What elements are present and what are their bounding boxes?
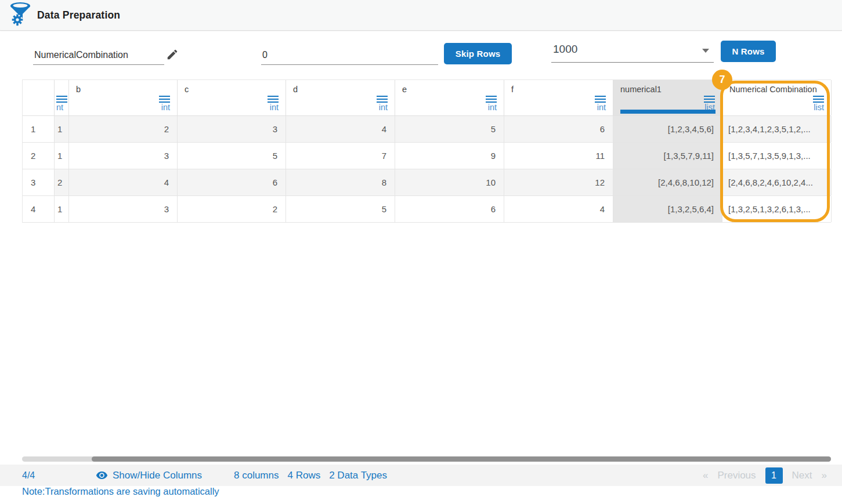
- column-header-numerical-combination[interactable]: Numerical Combination list: [722, 80, 832, 115]
- pagination: « Previous 1 Next »: [703, 467, 827, 484]
- table-row: 4 1 3 2 5 6 4 [1,3,2,5,6,4] [1,3,2,5,1,3…: [23, 196, 831, 223]
- data-table: nt b int c int d int e int: [22, 79, 831, 223]
- cell: [1,3,5,7,9,11]: [613, 143, 722, 169]
- column-menu-icon[interactable]: [813, 96, 824, 103]
- column-name: b: [76, 85, 81, 94]
- cell: 10: [395, 169, 504, 195]
- table-row: 3 2 4 6 8 10 12 [2,4,6,8,10,12] [2,4,6,8…: [23, 169, 831, 196]
- cell: 6: [395, 196, 504, 222]
- next-page-button[interactable]: Next: [792, 470, 812, 481]
- horizontal-scrollbar[interactable]: [22, 456, 831, 462]
- cell: 4: [286, 116, 395, 142]
- columns-count-label: 8 columns: [234, 470, 279, 481]
- row-index-cell: 1: [23, 116, 55, 142]
- cell: 12: [504, 169, 613, 195]
- column-header-c[interactable]: c int: [178, 80, 286, 115]
- column-name: Numerical Combination: [729, 85, 817, 94]
- column-header-d[interactable]: d int: [286, 80, 395, 115]
- column-menu-icon[interactable]: [268, 96, 279, 103]
- cell: [1,3,2,5,6,4]: [613, 196, 722, 222]
- eye-icon: [96, 469, 108, 481]
- autosave-note: Note:Transformations are saving automati…: [22, 486, 219, 497]
- cell: 5: [178, 143, 286, 169]
- column-header-e[interactable]: e int: [395, 80, 504, 115]
- column-header-numerical1[interactable]: numerical1 list: [613, 80, 722, 115]
- rows-count-label: 4 Rows: [287, 470, 320, 481]
- row-index-cell: 2: [23, 143, 55, 169]
- chevron-down-icon: [702, 49, 709, 53]
- cell: 2: [178, 196, 286, 222]
- current-page-indicator[interactable]: 1: [765, 467, 783, 484]
- previous-page-button[interactable]: Previous: [717, 470, 756, 481]
- show-hide-columns-label: Show/Hide Columns: [113, 470, 202, 481]
- column-name: d: [293, 85, 298, 94]
- show-hide-columns-button[interactable]: Show/Hide Columns: [96, 469, 202, 481]
- column-header-a-partial[interactable]: nt: [55, 80, 69, 115]
- column-menu-icon[interactable]: [377, 96, 388, 103]
- table-row: 1 1 2 3 4 5 6 [1,2,3,4,5,6] [1,2,3,4,1,2…: [23, 116, 831, 143]
- cell: 1: [55, 143, 69, 169]
- page-title: Data Preparation: [37, 9, 120, 21]
- cell: 2: [69, 116, 178, 142]
- cell: 2: [55, 169, 69, 195]
- table-header-row: nt b int c int d int e int: [23, 79, 831, 116]
- data-preparation-app: Data Preparation Skip Rows 1000 N Rows n…: [0, 0, 842, 504]
- column-menu-icon[interactable]: [159, 96, 170, 103]
- rows-fraction-label: 4/4: [22, 470, 35, 481]
- n-rows-button[interactable]: N Rows: [721, 41, 776, 62]
- cell: 9: [395, 143, 504, 169]
- row-index-cell: 3: [23, 169, 55, 195]
- cell: 4: [504, 196, 613, 222]
- app-header: Data Preparation: [0, 0, 842, 31]
- last-page-button[interactable]: »: [822, 470, 827, 481]
- cell: [1,3,2,5,1,3,2,6,1,3,...: [722, 196, 832, 222]
- column-header-f[interactable]: f int: [504, 80, 613, 115]
- edit-column-name-button[interactable]: [165, 48, 180, 63]
- cell: 1: [55, 196, 69, 222]
- n-rows-select[interactable]: 1000: [551, 39, 714, 63]
- cell: 6: [504, 116, 613, 142]
- column-name: c: [185, 85, 189, 94]
- cell: 3: [178, 116, 286, 142]
- column-name: numerical1: [620, 85, 662, 94]
- cell: [2,4,6,8,2,4,6,10,2,4...: [722, 169, 832, 195]
- table-summary: 8 columns 4 Rows 2 Data Types: [234, 470, 387, 481]
- table-row: 2 1 3 5 7 9 11 [1,3,5,7,9,11] [1,3,5,7,1…: [23, 143, 831, 169]
- cell: 4: [69, 169, 178, 195]
- cell: [1,2,3,4,1,2,3,5,1,2,...: [722, 116, 832, 142]
- cell: 11: [504, 143, 613, 169]
- scrollbar-thumb[interactable]: [92, 456, 831, 462]
- column-type-label: int: [270, 103, 279, 112]
- table-footer: 4/4 Show/Hide Columns 8 columns 4 Rows 2…: [0, 465, 842, 486]
- cell: 5: [286, 196, 395, 222]
- cell: 6: [178, 169, 286, 195]
- column-type-label: int: [597, 103, 606, 112]
- skip-rows-input[interactable]: [261, 45, 438, 65]
- cell: 1: [55, 116, 69, 142]
- selected-column-indicator: [620, 110, 715, 114]
- column-name-input[interactable]: [33, 45, 164, 65]
- n-rows-selected-value: 1000: [553, 43, 577, 56]
- cell: [2,4,6,8,10,12]: [613, 169, 722, 195]
- skip-rows-button[interactable]: Skip Rows: [444, 43, 512, 64]
- column-menu-icon[interactable]: [704, 96, 715, 103]
- column-type-label: int: [488, 103, 497, 112]
- column-menu-icon[interactable]: [595, 96, 606, 103]
- first-page-button[interactable]: «: [703, 470, 708, 481]
- pencil-icon: [166, 54, 179, 63]
- row-index-cell: 4: [23, 196, 55, 222]
- cell: 3: [69, 143, 178, 169]
- column-type-label: int: [379, 103, 388, 112]
- column-type-label: int: [161, 103, 170, 112]
- column-name: f: [511, 85, 514, 94]
- column-type-label: list: [814, 103, 824, 112]
- cell: 5: [395, 116, 504, 142]
- data-types-count-label: 2 Data Types: [329, 470, 387, 481]
- cell: [1,3,5,7,1,3,5,9,1,3,...: [722, 143, 832, 169]
- cell: [1,2,3,4,5,6]: [613, 116, 722, 142]
- column-header-b[interactable]: b int: [69, 80, 178, 115]
- column-type-label: nt: [56, 103, 63, 112]
- column-menu-icon[interactable]: [56, 96, 67, 103]
- index-column-header: [23, 80, 55, 115]
- column-menu-icon[interactable]: [486, 96, 497, 103]
